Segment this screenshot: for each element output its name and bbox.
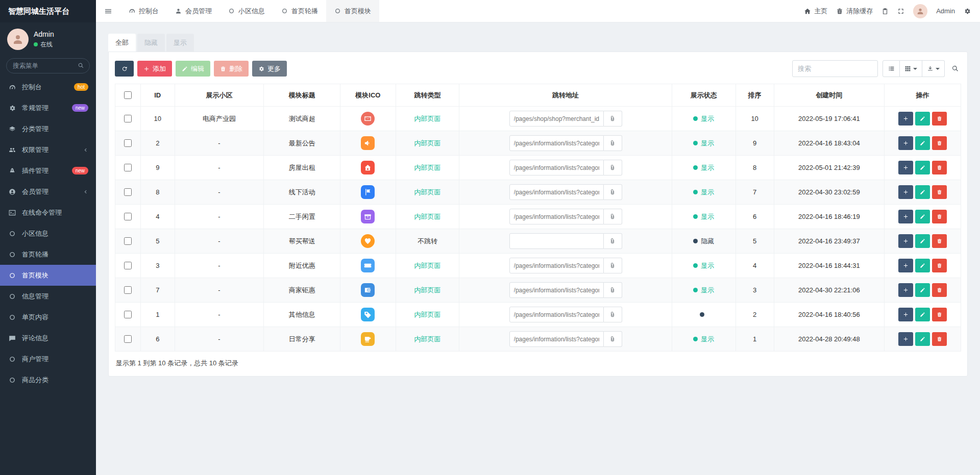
row-add-button[interactable]: [898, 308, 913, 321]
link-button[interactable]: [604, 331, 622, 347]
column-header-ico[interactable]: 模块ICO: [340, 84, 396, 107]
jump-url-input[interactable]: [509, 282, 604, 298]
link-button[interactable]: [604, 258, 622, 273]
jump-url-input[interactable]: [509, 111, 604, 127]
filter-tab[interactable]: 全部: [108, 34, 136, 52]
row-delete-button[interactable]: [932, 210, 947, 223]
row-checkbox[interactable]: [124, 188, 132, 196]
clipboard-button[interactable]: [881, 8, 889, 15]
sidebar-item[interactable]: 首页模块: [0, 265, 96, 286]
jump-url-input[interactable]: [509, 233, 604, 249]
sidebar-toggle-button[interactable]: [96, 0, 120, 22]
link-button[interactable]: [604, 160, 622, 176]
column-header-jump-url[interactable]: 跳转地址: [459, 84, 672, 107]
export-button[interactable]: [922, 60, 945, 77]
topnav-tab[interactable]: 控制台: [120, 0, 167, 22]
row-delete-button[interactable]: [932, 136, 947, 150]
sidebar-item[interactable]: 小区信息: [0, 223, 96, 244]
topnav-tab[interactable]: 会员管理: [167, 0, 220, 22]
row-add-button[interactable]: [898, 185, 913, 199]
topnav-tab[interactable]: 小区信息: [220, 0, 273, 22]
row-delete-button[interactable]: [932, 283, 947, 297]
user-avatar[interactable]: [7, 29, 29, 50]
delete-button[interactable]: 删除: [214, 61, 249, 77]
jump-url-input[interactable]: [509, 160, 604, 176]
jump-url-input[interactable]: [509, 307, 604, 322]
columns-button[interactable]: [900, 60, 922, 77]
settings-button[interactable]: [964, 8, 971, 15]
topnav-avatar[interactable]: [913, 4, 927, 18]
row-delete-button[interactable]: [932, 332, 947, 346]
link-button[interactable]: [604, 233, 622, 249]
row-add-button[interactable]: [898, 112, 913, 126]
row-add-button[interactable]: [898, 161, 913, 174]
sidebar-item[interactable]: 在线命令管理: [0, 202, 96, 223]
refresh-button[interactable]: [115, 61, 134, 77]
row-delete-button[interactable]: [932, 161, 947, 174]
row-checkbox[interactable]: [124, 115, 132, 122]
link-button[interactable]: [604, 282, 622, 298]
sidebar-item[interactable]: 商户管理: [0, 348, 96, 369]
column-header-jump-type[interactable]: 跳转类型: [396, 84, 459, 107]
row-delete-button[interactable]: [932, 112, 947, 126]
row-edit-button[interactable]: [915, 259, 930, 272]
clear-cache-link[interactable]: 清除缓存: [836, 7, 873, 16]
column-header-community[interactable]: 展示小区: [175, 84, 264, 107]
table-search-input[interactable]: [792, 60, 878, 77]
column-header-sort[interactable]: 排序: [736, 84, 774, 107]
edit-button[interactable]: 编辑: [176, 61, 210, 77]
column-header-status[interactable]: 展示状态: [672, 84, 736, 107]
link-button[interactable]: [604, 209, 622, 224]
row-edit-button[interactable]: [915, 161, 930, 174]
topnav-tab[interactable]: 首页轮播: [273, 0, 326, 22]
row-checkbox[interactable]: [124, 213, 132, 220]
sidebar-item[interactable]: 信息管理: [0, 286, 96, 307]
column-header-title[interactable]: 模块标题: [264, 84, 340, 107]
row-edit-button[interactable]: [915, 308, 930, 321]
row-delete-button[interactable]: [932, 185, 947, 199]
filter-tab[interactable]: 显示: [166, 34, 194, 52]
row-edit-button[interactable]: [915, 136, 930, 150]
sidebar-item[interactable]: 单页内容: [0, 307, 96, 328]
link-button[interactable]: [604, 184, 622, 200]
row-add-button[interactable]: [898, 332, 913, 346]
row-add-button[interactable]: [898, 283, 913, 297]
sidebar-item[interactable]: 会员管理: [0, 181, 96, 202]
jump-url-input[interactable]: [509, 135, 604, 151]
row-delete-button[interactable]: [932, 308, 947, 321]
link-button[interactable]: [604, 135, 622, 151]
column-header-created[interactable]: 创建时间: [774, 84, 884, 107]
sidebar-item[interactable]: 控制台 hot: [0, 77, 96, 97]
sidebar-item[interactable]: 商品分类: [0, 369, 96, 390]
sidebar-item[interactable]: 分类管理: [0, 118, 96, 139]
row-edit-button[interactable]: [915, 185, 930, 199]
row-edit-button[interactable]: [915, 283, 930, 297]
filter-tab[interactable]: 隐藏: [137, 34, 165, 52]
home-link[interactable]: 主页: [804, 7, 827, 16]
toggle-view-button[interactable]: [883, 60, 900, 77]
row-add-button[interactable]: [898, 259, 913, 272]
sidebar-item[interactable]: 权限管理: [0, 139, 96, 160]
link-button[interactable]: [604, 111, 622, 127]
row-checkbox[interactable]: [124, 262, 132, 269]
jump-url-input[interactable]: [509, 184, 604, 200]
row-edit-button[interactable]: [915, 210, 930, 223]
row-add-button[interactable]: [898, 136, 913, 150]
sidebar-item[interactable]: 首页轮播: [0, 244, 96, 265]
sidebar-item[interactable]: 插件管理 new: [0, 160, 96, 181]
row-delete-button[interactable]: [932, 234, 947, 248]
row-edit-button[interactable]: [915, 234, 930, 248]
search-button[interactable]: [949, 63, 961, 74]
row-delete-button[interactable]: [932, 259, 947, 272]
row-checkbox[interactable]: [124, 311, 132, 318]
row-checkbox[interactable]: [124, 139, 132, 147]
jump-url-input[interactable]: [509, 209, 604, 224]
sidebar-item[interactable]: 评论信息: [0, 328, 96, 348]
row-add-button[interactable]: [898, 210, 913, 223]
add-button[interactable]: 添加: [137, 61, 172, 77]
select-all-checkbox[interactable]: [124, 91, 132, 99]
jump-url-input[interactable]: [509, 258, 604, 273]
column-header-id[interactable]: ID: [140, 84, 175, 107]
topnav-tab[interactable]: 首页模块: [326, 0, 379, 22]
sidebar-item[interactable]: 常规管理 new: [0, 97, 96, 118]
